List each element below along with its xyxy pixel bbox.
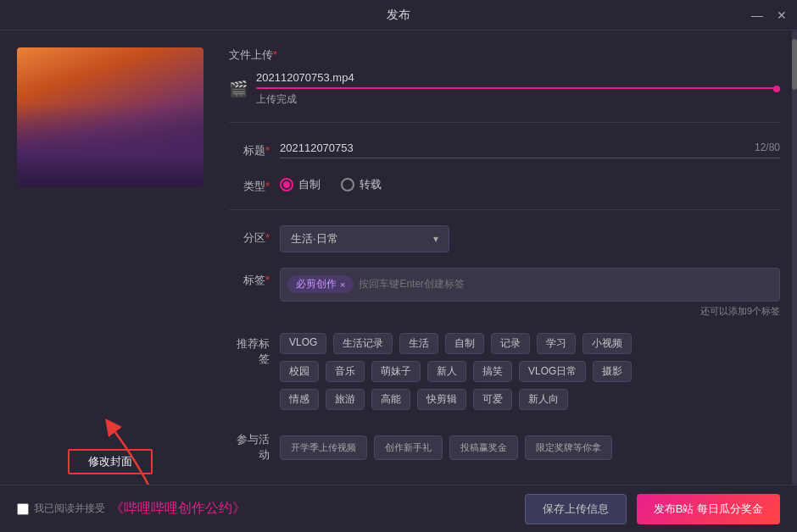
tags-hint-text: 还可以添加9个标签 — [700, 305, 780, 318]
tags-inner: 必剪创作 × 按回车键Enter创建标签 — [287, 275, 772, 293]
category-content: 生活·日常 ▾ — [280, 225, 780, 252]
rec-tag-newbie[interactable]: 新人 — [427, 361, 466, 382]
tags-area[interactable]: 必剪创作 × 按回车键Enter创建标签 — [280, 268, 780, 302]
rec-tag-highlight[interactable]: 高能 — [371, 389, 410, 410]
category-row: 分区* 生活·日常 ▾ — [229, 225, 780, 252]
save-button[interactable]: 保存上传信息 — [525, 494, 627, 524]
thumbnail-wrapper — [17, 47, 203, 187]
upload-status: 上传完成 — [256, 92, 780, 107]
title-row: 标题* 12/80 — [229, 138, 780, 158]
main-content: 修改封面 文件上传* 🎬 202112070753.mp4 — [0, 30, 797, 485]
minimize-button[interactable]: — — [751, 8, 763, 22]
rec-tags-label: 推荐标签 — [229, 333, 280, 367]
close-button[interactable]: ✕ — [777, 8, 787, 22]
modify-cover-button[interactable]: 修改封面 — [68, 449, 153, 474]
radio-repost-circle — [341, 178, 354, 191]
rec-tag-life[interactable]: 生活 — [399, 333, 438, 354]
rec-tag-short-video[interactable]: 小视频 — [582, 333, 632, 354]
radio-original-label: 自制 — [298, 177, 320, 192]
participation-row: 参与活动 开学季上传视频 创作新手礼 投稿赢奖金 限定奖牌等你拿 — [229, 432, 780, 463]
category-dropdown[interactable]: 生活·日常 ▾ — [280, 225, 449, 252]
title-field-wrapper: 12/80 — [280, 138, 780, 158]
rec-tag-vlog[interactable]: VLOG — [280, 333, 326, 354]
participation-item-2[interactable]: 投稿赢奖金 — [449, 435, 518, 460]
tag-item-0: 必剪创作 × — [287, 275, 354, 293]
file-upload-label: 文件上传* — [229, 47, 780, 63]
title-input[interactable] — [280, 138, 780, 158]
type-options: 自制 转载 — [280, 174, 780, 192]
radio-group: 自制 转载 — [280, 174, 780, 192]
tags-label: 标签* — [229, 268, 280, 288]
rec-tag-record[interactable]: 记录 — [491, 333, 530, 354]
window-title: 发布 — [387, 8, 410, 23]
participation-item-3[interactable]: 限定奖牌等你拿 — [525, 435, 612, 460]
tag-input-placeholder: 按回车键Enter创建标签 — [359, 277, 465, 291]
radio-repost[interactable]: 转载 — [341, 177, 382, 192]
file-info: 202112070753.mp4 上传完成 — [256, 71, 780, 107]
participation-label: 参与活动 — [229, 432, 280, 463]
title-label: 标题* — [229, 138, 280, 158]
tags-hint: 还可以添加9个标签 — [280, 305, 780, 318]
radio-original[interactable]: 自制 — [280, 177, 320, 192]
right-panel[interactable]: 文件上传* 🎬 202112070753.mp4 上传完成 标题* 12/80 — [220, 47, 797, 485]
rec-tags-row: 推荐标签 VLOG 生活记录 生活 自制 记录 学习 小视频 校园 音乐 萌妹子… — [229, 333, 780, 417]
title-input-wrapper: 12/80 — [280, 138, 780, 158]
tags-content: 必剪创作 × 按回车键Enter创建标签 还可以添加9个标签 — [280, 268, 780, 318]
thumbnail-image — [17, 47, 203, 187]
rec-tag-music[interactable]: 音乐 — [326, 361, 365, 382]
bottom-buttons: 保存上传信息 发布B站 每日瓜分奖金 — [525, 494, 780, 524]
category-label: 分区* — [229, 225, 280, 246]
rec-tag-life-record[interactable]: 生活记录 — [333, 333, 393, 354]
radio-original-circle — [280, 178, 293, 191]
scrollbar-thumb[interactable] — [792, 39, 797, 90]
divider-1 — [229, 122, 780, 123]
file-name: 202112070753.mp4 — [256, 71, 780, 84]
rec-tags-content: VLOG 生活记录 生活 自制 记录 学习 小视频 校园 音乐 萌妹子 新人 搞… — [280, 333, 780, 417]
rec-tag-emotion[interactable]: 情感 — [280, 389, 319, 410]
rec-tag-funny[interactable]: 搞笑 — [473, 361, 512, 382]
rec-tag-quick-cut[interactable]: 快剪辑 — [417, 389, 466, 410]
rec-tag-original[interactable]: 自制 — [445, 333, 484, 354]
rec-tag-photo[interactable]: 摄影 — [593, 361, 632, 382]
rec-tags-row-2: 校园 音乐 萌妹子 新人 搞笑 VLOG日常 摄影 — [280, 361, 780, 382]
chevron-down-icon: ▾ — [433, 233, 438, 245]
tag-remove-0[interactable]: × — [340, 280, 345, 290]
type-row: 类型* 自制 转载 — [229, 174, 780, 194]
rec-tag-cute[interactable]: 可爱 — [473, 389, 512, 410]
left-panel: 修改封面 — [0, 47, 220, 485]
tag-label-0: 必剪创作 — [296, 277, 337, 291]
video-file-icon: 🎬 — [229, 80, 248, 98]
window-controls: — ✕ — [751, 8, 787, 22]
tags-row: 标签* 必剪创作 × 按回车键Enter创建标签 还可以添加9个标签 — [229, 268, 780, 318]
scrollbar-track[interactable] — [792, 30, 797, 485]
agreement-link[interactable]: 《哔哩哔哩创作公约》 — [110, 500, 246, 518]
agreement-prefix: 我已阅读并接受 — [34, 502, 105, 516]
agreement-checkbox[interactable] — [17, 503, 29, 515]
rec-tags-row-3: 情感 旅游 高能 快剪辑 可爱 新人向 — [280, 389, 780, 410]
title-char-count: 12/80 — [755, 141, 780, 153]
rec-tag-vlog-daily[interactable]: VLOG日常 — [519, 361, 586, 382]
upload-progress-bar — [256, 87, 780, 89]
agreement-area: 我已阅读并接受 《哔哩哔哩创作公约》 — [17, 500, 246, 518]
rec-tag-cute-girl[interactable]: 萌妹子 — [371, 361, 421, 382]
divider-2 — [229, 209, 780, 210]
bottom-bar: 我已阅读并接受 《哔哩哔哩创作公约》 保存上传信息 发布B站 每日瓜分奖金 — [0, 485, 797, 532]
type-label: 类型* — [229, 174, 280, 194]
rec-tags-row-1: VLOG 生活记录 生活 自制 记录 学习 小视频 — [280, 333, 780, 354]
rec-tag-campus[interactable]: 校园 — [280, 361, 319, 382]
participation-item-1[interactable]: 创作新手礼 — [374, 435, 443, 460]
title-bar: 发布 — ✕ — [0, 0, 797, 30]
file-upload-section: 文件上传* 🎬 202112070753.mp4 上传完成 — [229, 47, 780, 107]
category-value: 生活·日常 — [291, 231, 338, 247]
participation-items: 开学季上传视频 创作新手礼 投稿赢奖金 限定奖牌等你拿 — [280, 435, 612, 460]
radio-repost-label: 转载 — [359, 177, 382, 192]
rec-tag-newbie-to[interactable]: 新人向 — [519, 389, 568, 410]
file-item: 🎬 202112070753.mp4 上传完成 — [229, 71, 780, 107]
publish-button[interactable]: 发布B站 每日瓜分奖金 — [637, 494, 780, 524]
rec-tag-travel[interactable]: 旅游 — [326, 389, 365, 410]
rec-tag-study[interactable]: 学习 — [537, 333, 576, 354]
participation-item-0[interactable]: 开学季上传视频 — [280, 435, 367, 460]
